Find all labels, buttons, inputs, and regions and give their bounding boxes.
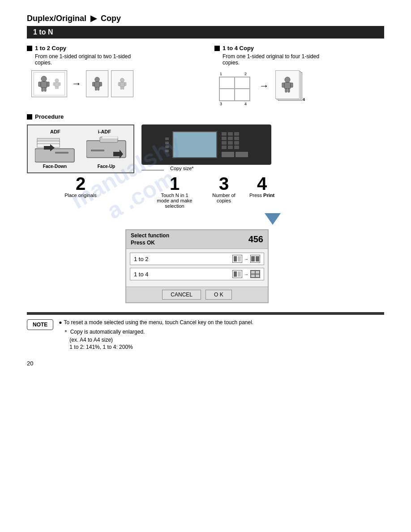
option-1to2-icons: →	[232, 255, 260, 263]
svg-rect-10	[56, 86, 57, 89]
select-dialog: Select function Press OK 456 1 to 2	[125, 229, 269, 303]
dialog-option-1to2[interactable]: 1 to 2 →	[130, 253, 264, 265]
numpad-btn-6	[234, 137, 239, 140]
numpad-btn-1	[222, 132, 227, 136]
asterisk-line3: 1 to 2: 141%, 1 to 4: 200%	[69, 344, 253, 350]
svg-rect-16	[95, 87, 97, 90]
one-to-two-title: 1 to 2 Copy	[27, 45, 197, 51]
robot-figure-right	[52, 78, 61, 90]
bullet-square-3	[27, 114, 32, 120]
output-docs-1to2	[86, 70, 133, 97]
side-btn-2	[235, 152, 248, 157]
svg-rect-28	[285, 89, 287, 92]
panel-steps-container: Copy size*	[141, 124, 271, 175]
bullet-square	[27, 46, 32, 51]
ok-button[interactable]: O K	[206, 290, 232, 300]
step-3-block: 3 Number of copies	[206, 175, 242, 203]
robot-figure-left	[37, 75, 51, 92]
svg-rect-39	[91, 150, 104, 151]
panel-screen	[172, 131, 217, 158]
numpad-btn-8	[228, 141, 233, 145]
asterisk-line1: ＊ Copy is automatically enlarged.	[63, 328, 253, 336]
copy-size-annotation: Copy size*	[141, 166, 271, 175]
numpad-btn-5	[228, 137, 233, 140]
svg-rect-26	[282, 83, 284, 87]
svg-rect-23	[123, 87, 124, 90]
one-to-four-desc: From one 1-sided original to four 1-side…	[223, 53, 384, 66]
single-page-icon-2	[232, 270, 242, 278]
procedure-row: ADF i-ADF	[27, 124, 384, 175]
svg-rect-9	[59, 82, 60, 86]
svg-rect-2	[39, 82, 41, 86]
output-doc-1	[86, 70, 108, 97]
numpad	[222, 132, 240, 149]
step-3-num: 3	[219, 175, 229, 193]
procedure-section: Procedure ADF i-ADF	[27, 113, 384, 303]
iadf-face-up: Face-Up	[86, 136, 127, 169]
iadf-face-up-svg	[86, 136, 127, 163]
svg-rect-5	[44, 88, 46, 91]
numpad-btn-hash	[234, 146, 239, 149]
svg-rect-3	[47, 82, 49, 86]
side-btn-1	[222, 152, 234, 157]
adf-face-down-svg	[35, 136, 75, 163]
svg-rect-20	[118, 82, 120, 86]
note-bullet: ● To reset a mode selected using the men…	[59, 319, 253, 326]
output-robot-1	[91, 76, 103, 91]
svg-rect-7	[55, 82, 59, 86]
svg-rect-1	[41, 82, 47, 88]
svg-rect-19	[120, 82, 124, 86]
grid-doc-container: 1 2 3 4	[219, 72, 255, 101]
svg-rect-27	[291, 83, 293, 87]
svg-rect-46	[234, 271, 237, 277]
svg-point-24	[285, 77, 290, 82]
svg-rect-42	[234, 256, 237, 262]
asterisk-line2: (ex. A4 to A4 size)	[69, 337, 253, 343]
step-4-num: 4	[257, 175, 267, 193]
step-1-block: 1 Touch N in 1 mode and make selection	[148, 175, 201, 209]
adf-labels: ADF i-ADF	[31, 129, 130, 134]
svg-rect-44	[251, 256, 255, 262]
svg-rect-38	[102, 136, 118, 139]
svg-rect-45	[256, 256, 259, 262]
step-3-label: Number of copies	[206, 193, 242, 203]
numpad-btn-0	[228, 146, 233, 149]
output-robot-stack	[281, 76, 294, 94]
adf-diagrams: Face-Down F	[31, 136, 130, 169]
svg-rect-17	[98, 87, 99, 90]
arrow-down	[265, 213, 281, 225]
step-2-block: 2 Place originals	[27, 175, 134, 198]
stacked-output: 4	[274, 70, 305, 102]
svg-rect-35	[55, 152, 68, 154]
adf-label: ADF	[50, 129, 60, 134]
control-panel	[141, 124, 271, 165]
step-1-label: Touch N in 1 mode and make selection	[157, 193, 193, 209]
numpad-btn-4	[222, 137, 227, 140]
arrow-down-container	[161, 213, 384, 225]
panel-btn-3	[165, 146, 169, 148]
one-to-two-diagram: →	[31, 70, 197, 97]
copy-size-line	[141, 166, 168, 175]
dialog-body: 1 to 2 →	[126, 249, 268, 287]
single-page-icon	[232, 255, 242, 263]
page-number: 20	[27, 360, 384, 367]
dialog-option-1to4[interactable]: 1 to 4 →	[130, 268, 264, 280]
panel-btn-1	[165, 137, 169, 140]
dialog-page-num: 456	[248, 234, 263, 245]
note-content: ● To reset a mode selected using the men…	[59, 319, 253, 351]
face-down-caption: Face-Down	[43, 164, 67, 169]
grid-numbers	[219, 77, 250, 101]
one-to-four-title: 1 to 4 Copy	[214, 45, 384, 51]
one-to-four-diagram: 1 2 3 4 →	[219, 70, 384, 102]
page-title: Duplex/Original ▶ Copy	[27, 13, 384, 23]
face-up-caption: Face-Up	[98, 164, 115, 169]
two-page-icon	[250, 255, 260, 263]
original-doc-1to2	[31, 70, 67, 97]
step-4-label: Press Print	[249, 193, 274, 198]
note-label: NOTE	[27, 319, 53, 330]
step-2-label: Place originals	[64, 193, 97, 198]
procedure-title: Procedure	[27, 113, 384, 120]
cancel-button[interactable]: CANCEL	[162, 290, 201, 300]
svg-rect-8	[53, 82, 55, 86]
two-col-layout: 1 to 2 Copy From one 1-sided original to…	[27, 45, 384, 104]
